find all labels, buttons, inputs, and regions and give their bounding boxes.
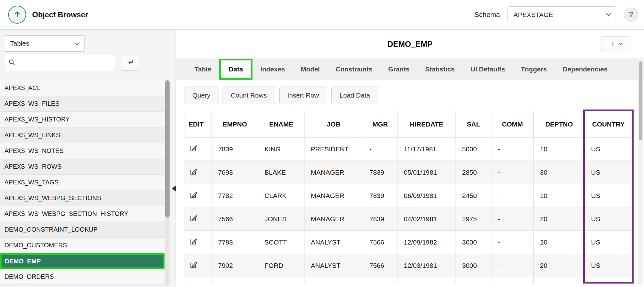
cell: 04/02/1981 [397, 207, 456, 231]
sidebar-item-apex-ws-history[interactable]: APEX$_WS_HISTORY [0, 112, 165, 127]
cell: JONES [258, 207, 305, 231]
count-rows-button[interactable]: Count Rows [223, 87, 275, 104]
sidebar-item-demo-emp[interactable]: DEMO_EMP [0, 253, 165, 269]
edit-pencil-icon [189, 194, 198, 201]
column-header-hiredate: HIREDATE [397, 111, 456, 138]
cell: 7782 [212, 184, 258, 207]
cell: 20 [534, 231, 585, 254]
sidebar-item-demo-customers[interactable]: DEMO_CUSTOMERS [0, 238, 165, 253]
cell [456, 277, 491, 284]
sidebar-scrollbar-thumb[interactable] [165, 80, 170, 217]
schema-select-value: APEXSTAGE [513, 11, 553, 19]
edit-row-button[interactable] [184, 184, 212, 207]
tab-indexes[interactable]: Indexes [252, 59, 293, 80]
column-header-country: COUNTRY [585, 111, 632, 138]
edit-row-button[interactable] [184, 231, 212, 254]
search-box [4, 55, 115, 71]
cell: - [491, 138, 534, 161]
column-header-job: JOB [305, 111, 363, 138]
grid-wrap: EDITEMPNOENAMEJOBMGRHIREDATESALCOMMDEPTN… [184, 111, 632, 284]
add-object-button[interactable]: + [601, 36, 631, 52]
up-arrow-button[interactable] [8, 6, 26, 24]
cell [397, 277, 456, 284]
sidebar-item-apex-ws-tags[interactable]: APEX$_WS_TAGS [0, 175, 165, 190]
schema-select[interactable]: APEXSTAGE [508, 6, 616, 23]
refresh-button[interactable] [122, 55, 139, 71]
cell: 05/01/1981 [397, 161, 456, 184]
chevron-down-icon [606, 11, 611, 16]
tab-ui-defaults[interactable]: UI Defaults [462, 59, 513, 80]
help-button[interactable]: ? [624, 8, 638, 22]
cell: - [491, 161, 534, 184]
cell: 2850 [456, 161, 491, 184]
tab-bar: TableDataIndexesModelConstraintsGrantsSt… [176, 59, 644, 80]
tab-statistics[interactable]: Statistics [417, 59, 462, 80]
cell: US [585, 161, 632, 184]
cell: 10 [534, 184, 585, 207]
sidebar-item-apex-ws-links[interactable]: APEX$_WS_LINKS [0, 127, 165, 143]
table-row: 7782CLARKMANAGER783906/09/19812450-10US [184, 184, 632, 207]
cell: MANAGER [305, 161, 363, 184]
cell: 12/09/1982 [397, 231, 456, 254]
object-type-select[interactable]: Tables [4, 35, 85, 52]
tab-grants[interactable]: Grants [380, 59, 417, 80]
cell: 3000 [456, 254, 491, 277]
cell: 30 [534, 161, 585, 184]
cell [585, 277, 632, 284]
cell: 7566 [363, 254, 397, 277]
sidebar-item-apex-ws-rows[interactable]: APEX$_WS_ROWS [0, 159, 165, 175]
query-button[interactable]: Query [184, 87, 218, 104]
column-header-empno: EMPNO [212, 111, 258, 138]
tab-table[interactable]: Table [187, 59, 219, 80]
cell: 7698 [212, 161, 258, 184]
cell: 5000 [456, 138, 491, 161]
cell: BLAKE [258, 161, 305, 184]
sidebar-item-apex-acl[interactable]: APEX$_ACL [0, 80, 165, 96]
edit-pencil-icon [189, 240, 198, 247]
cell: US [585, 254, 632, 277]
sidebar-item-apex-ws-notes[interactable]: APEX$_WS_NOTES [0, 143, 165, 159]
sidebar: Tables APEX$_ACLAPEX$_WS_FILESAPEX$_WS_H… [0, 30, 176, 287]
object-title: DEMO_EMP [387, 40, 432, 49]
cell [363, 277, 397, 284]
search-input[interactable] [19, 59, 111, 67]
topbar-left: Object Browser [8, 6, 88, 24]
sidebar-item-apex-ws-files[interactable]: APEX$_WS_FILES [0, 96, 165, 112]
table-row: 7566JONESMANAGER783904/02/19812975-20US [184, 207, 632, 231]
main-scrollbar[interactable] [638, 59, 643, 285]
edit-row-button[interactable] [184, 161, 212, 184]
sidebar-item-demo-constraint-lookup[interactable]: DEMO_CONSTRAINT_LOOKUP [0, 222, 165, 238]
top-header: Object Browser Schema APEXSTAGE ? [0, 0, 644, 30]
plus-icon: + [611, 39, 616, 49]
sidebar-controls: Tables [0, 30, 176, 71]
edit-row-button[interactable] [184, 207, 212, 231]
cell: 11/17/1981 [397, 138, 456, 161]
cell: MANAGER [305, 207, 363, 231]
tab-model[interactable]: Model [293, 59, 328, 80]
cell: 7839 [363, 184, 397, 207]
edit-row-button[interactable] [184, 138, 212, 161]
tab-data[interactable]: Data [219, 59, 252, 80]
chevron-down-icon [619, 41, 623, 45]
cell: CLARK [258, 184, 305, 207]
sidebar-collapse-handle[interactable] [172, 185, 176, 192]
insert-row-button[interactable]: Insert Row [279, 87, 327, 104]
cell: 7839 [363, 161, 397, 184]
grid-body: 7839KINGPRESIDENT-11/17/19815000-10US769… [184, 138, 632, 284]
main-scrollbar-thumb[interactable] [639, 61, 642, 140]
table-row: 7839KINGPRESIDENT-11/17/19815000-10US [184, 138, 632, 161]
search-row [4, 55, 171, 71]
edit-pencil-icon [189, 170, 198, 177]
tab-dependencies[interactable]: Dependencies [555, 59, 615, 80]
cell: KING [258, 138, 305, 161]
sidebar-item-apex-ws-webpg-section-history[interactable]: APEX$_WS_WEBPG_SECTION_HISTORY [0, 206, 165, 222]
column-header-edit: EDIT [184, 111, 212, 138]
sidebar-item-apex-ws-webpg-sections[interactable]: APEX$_WS_WEBPG_SECTIONS [0, 190, 165, 206]
grid-header-row: EDITEMPNOENAMEJOBMGRHIREDATESALCOMMDEPTN… [184, 111, 632, 138]
tab-triggers[interactable]: Triggers [513, 59, 555, 80]
load-data-button[interactable]: Load Data [331, 87, 378, 104]
sidebar-item-demo-orders[interactable]: DEMO_ORDERS [0, 269, 165, 285]
tab-constraints[interactable]: Constraints [328, 59, 380, 80]
edit-row-button[interactable] [184, 254, 212, 277]
sidebar-scrollbar[interactable] [165, 80, 170, 286]
